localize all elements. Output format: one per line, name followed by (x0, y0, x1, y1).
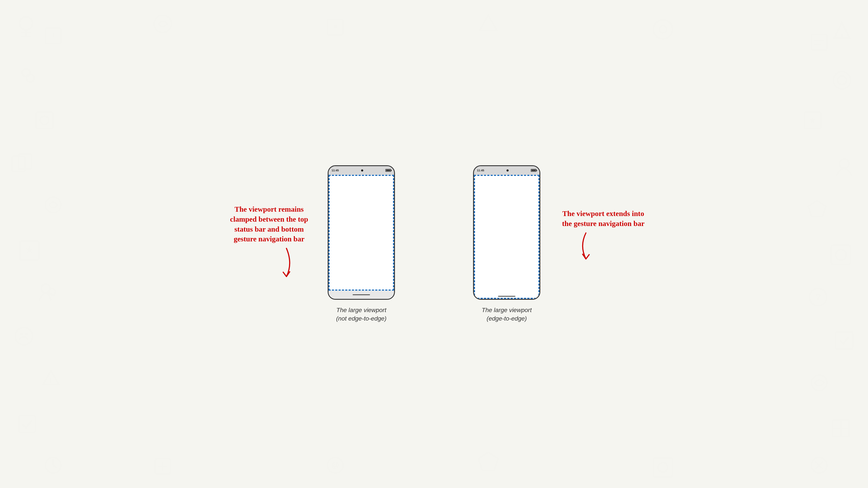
left-nav-bar (329, 291, 394, 299)
right-annotation: The viewport extends into the gesture na… (562, 209, 645, 261)
right-annotation-text: The viewport extends into the gesture na… (562, 209, 645, 229)
left-phone-container: The viewport remains clamped between the… (328, 165, 395, 323)
right-phone-label: The large viewport (edge-to-edge) (482, 306, 532, 323)
right-camera (506, 169, 509, 171)
right-phone-mockup: 11:45 (473, 165, 540, 300)
left-arrow-svg (245, 246, 293, 281)
right-viewport-area (474, 175, 539, 299)
right-viewport-inner (474, 175, 539, 299)
left-annotation: The viewport remains clamped between the… (228, 204, 310, 281)
right-status-time: 11:45 (477, 169, 484, 172)
left-phone-wrapper: 11:45 The large viewport (not (328, 165, 395, 323)
right-phone-container: The viewport extends into the gesture na… (473, 165, 540, 323)
left-battery-fill (386, 170, 391, 171)
right-phone-wrapper: 11:45 The large viewport (edge-to-edge) (473, 165, 540, 323)
left-battery (385, 169, 391, 172)
right-battery (531, 169, 536, 172)
left-camera (361, 169, 363, 171)
left-phone-mockup: 11:45 (328, 165, 395, 300)
left-nav-pill (352, 294, 370, 295)
right-arrow-svg (582, 231, 625, 261)
right-battery-fill (531, 170, 536, 171)
left-status-bar: 11:45 (329, 166, 394, 175)
right-status-bar: 11:45 (474, 166, 539, 175)
left-phone-label: The large viewport (not edge-to-edge) (336, 306, 386, 323)
left-viewport-inner (329, 175, 394, 291)
left-annotation-text: The viewport remains clamped between the… (228, 204, 310, 244)
left-viewport-area (329, 175, 394, 291)
left-status-time: 11:45 (332, 169, 339, 172)
right-nav-pill-overlay (498, 296, 516, 297)
main-content: The viewport remains clamped between the… (0, 0, 868, 488)
